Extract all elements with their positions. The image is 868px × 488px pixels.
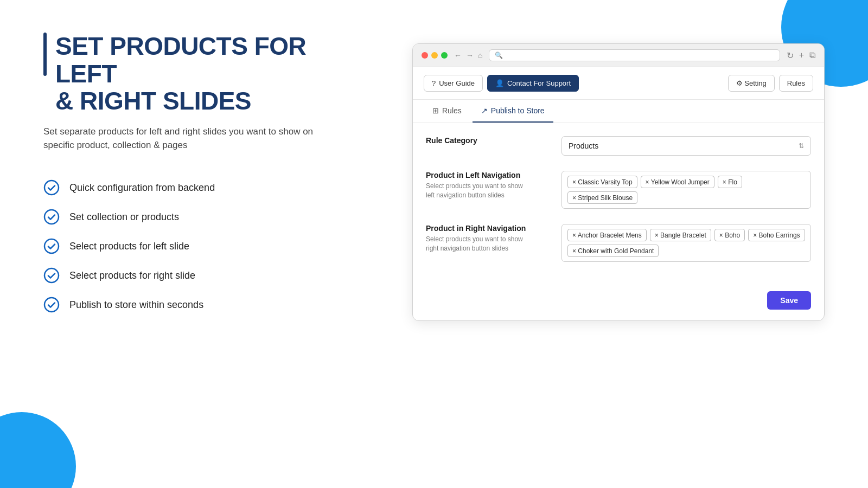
browser-nav-icons: ← → ⌂ bbox=[454, 51, 482, 60]
right-nav-desc: Select products you want to show right n… bbox=[426, 235, 545, 253]
checkmark-icon-1 bbox=[43, 179, 61, 197]
feature-item-1: Quick configuration from backend bbox=[43, 179, 315, 197]
tag-boho-earrings[interactable]: × Boho Earrings bbox=[748, 229, 805, 241]
rule-category-label: Rule Category bbox=[426, 136, 545, 145]
svg-point-0 bbox=[44, 181, 59, 195]
left-nav-desc: Select products you want to show left na… bbox=[426, 182, 545, 200]
search-icon: 🔍 bbox=[495, 52, 503, 59]
dot-red bbox=[422, 52, 428, 59]
app-body: ? User Guide 👤 Contact For Support ⚙ Set… bbox=[413, 67, 824, 320]
rule-category-value: Products bbox=[569, 142, 598, 150]
right-nav-label-col: Product in Right Navigation Select produ… bbox=[426, 224, 545, 253]
checkmark-icon-3 bbox=[43, 238, 61, 255]
publish-tab-icon: ↗ bbox=[481, 106, 488, 115]
svg-point-4 bbox=[44, 298, 59, 312]
setting-button[interactable]: ⚙ Setting bbox=[728, 75, 775, 92]
form-row-right-nav: Product in Right Navigation Select produ… bbox=[426, 224, 811, 262]
feature-item-5: Publish to store within seconds bbox=[43, 297, 315, 314]
forward-icon[interactable]: → bbox=[466, 51, 474, 60]
right-nav-label: Product in Right Navigation bbox=[426, 224, 545, 233]
title-section: SET PRODUCTS FOR LEFT & RIGHT SLIDES bbox=[43, 33, 315, 115]
svg-point-1 bbox=[44, 210, 59, 224]
app-footer: Save bbox=[413, 286, 824, 320]
right-nav-tags-input[interactable]: × Anchor Bracelet Mens × Bangle Bracelet… bbox=[561, 224, 811, 262]
left-nav-label: Product in Left Navigation bbox=[426, 171, 545, 179]
tag-striped-silk[interactable]: × Striped Silk Blouse bbox=[567, 191, 637, 204]
right-panel: ← → ⌂ 🔍 ↻ + ⧉ ? bbox=[347, 33, 825, 466]
copy-icon[interactable]: ⧉ bbox=[809, 50, 815, 60]
browser-dots bbox=[422, 52, 448, 59]
browser-right-icons: ↻ + ⧉ bbox=[787, 50, 815, 61]
checkmark-icon-2 bbox=[43, 209, 61, 226]
question-icon: ? bbox=[432, 79, 436, 87]
app-tabs: ⊞ Rules ↗ Publish to Store bbox=[413, 100, 824, 123]
select-arrow-icon: ⇅ bbox=[799, 142, 804, 150]
feature-item-2: Set collection or products bbox=[43, 209, 315, 226]
person-icon: 👤 bbox=[495, 79, 504, 87]
app-form: Rule Category Products ⇅ Product in Le bbox=[413, 123, 824, 286]
right-nav-control-col: × Anchor Bracelet Mens × Bangle Bracelet… bbox=[561, 224, 811, 262]
contact-support-button[interactable]: 👤 Contact For Support bbox=[487, 75, 579, 92]
browser-chrome: ← → ⌂ 🔍 ↻ + ⧉ bbox=[413, 44, 824, 67]
checkmark-icon-5 bbox=[43, 297, 61, 314]
tag-yellow-wool[interactable]: × Yellow Wool Jumper bbox=[641, 176, 714, 188]
rules-tab-icon: ⊞ bbox=[432, 106, 439, 115]
page-subtitle: Set separate products for left and right… bbox=[43, 125, 315, 152]
svg-point-2 bbox=[44, 239, 59, 253]
left-nav-label-col: Product in Left Navigation Select produc… bbox=[426, 171, 545, 200]
user-guide-button[interactable]: ? User Guide bbox=[424, 75, 483, 92]
feature-text-2: Set collection or products bbox=[69, 211, 179, 223]
dot-green bbox=[441, 52, 448, 59]
rule-category-select[interactable]: Products ⇅ bbox=[561, 136, 811, 156]
tag-classic-varsity[interactable]: × Classic Varsity Top bbox=[567, 176, 637, 188]
rule-category-label-col: Rule Category bbox=[426, 136, 545, 147]
tag-flo[interactable]: × Flo bbox=[718, 176, 742, 188]
title-accent-bar bbox=[43, 33, 47, 76]
feature-text-1: Quick configuration from backend bbox=[69, 182, 215, 194]
home-icon[interactable]: ⌂ bbox=[478, 51, 482, 60]
feature-item-3: Select products for left slide bbox=[43, 238, 315, 255]
save-button[interactable]: Save bbox=[767, 291, 811, 310]
tag-anchor-bracelet[interactable]: × Anchor Bracelet Mens bbox=[567, 229, 647, 241]
feature-text-4: Select products for right slide bbox=[69, 270, 195, 281]
feature-item-4: Select products for right slide bbox=[43, 267, 315, 285]
tag-bangle-bracelet[interactable]: × Bangle Bracelet bbox=[650, 229, 711, 241]
app-topbar: ? User Guide 👤 Contact For Support ⚙ Set… bbox=[413, 67, 824, 100]
checkmark-icon-4 bbox=[43, 267, 61, 285]
rules-button[interactable]: Rules bbox=[779, 75, 813, 92]
feature-list: Quick configuration from backend Set col… bbox=[43, 179, 315, 314]
feature-text-5: Publish to store within seconds bbox=[69, 299, 203, 311]
left-nav-control-col: × Classic Varsity Top × Yellow Wool Jump… bbox=[561, 171, 811, 209]
tab-rules[interactable]: ⊞ Rules bbox=[424, 100, 470, 123]
feature-text-3: Select products for left slide bbox=[69, 241, 189, 252]
page-title: SET PRODUCTS FOR LEFT & RIGHT SLIDES bbox=[55, 33, 315, 115]
back-icon[interactable]: ← bbox=[454, 51, 462, 60]
browser-search-bar[interactable]: 🔍 bbox=[489, 49, 780, 61]
dot-yellow bbox=[431, 52, 438, 59]
app-topbar-right: ⚙ Setting Rules bbox=[728, 75, 813, 92]
left-panel: SET PRODUCTS FOR LEFT & RIGHT SLIDES Set… bbox=[43, 33, 315, 466]
tag-choker-pendant[interactable]: × Choker with Gold Pendant bbox=[567, 245, 659, 257]
browser-window: ← → ⌂ 🔍 ↻ + ⧉ ? bbox=[412, 43, 825, 321]
svg-point-3 bbox=[44, 268, 59, 282]
form-row-rule-category: Rule Category Products ⇅ bbox=[426, 136, 811, 156]
tag-boho[interactable]: × Boho bbox=[714, 229, 745, 241]
app-topbar-left: ? User Guide 👤 Contact For Support bbox=[424, 75, 579, 92]
rule-category-control-col: Products ⇅ bbox=[561, 136, 811, 156]
form-row-left-nav: Product in Left Navigation Select produc… bbox=[426, 171, 811, 209]
tab-publish[interactable]: ↗ Publish to Store bbox=[473, 100, 553, 123]
add-tab-icon[interactable]: + bbox=[799, 50, 804, 60]
refresh-icon[interactable]: ↻ bbox=[787, 50, 794, 61]
left-nav-tags-input[interactable]: × Classic Varsity Top × Yellow Wool Jump… bbox=[561, 171, 811, 209]
